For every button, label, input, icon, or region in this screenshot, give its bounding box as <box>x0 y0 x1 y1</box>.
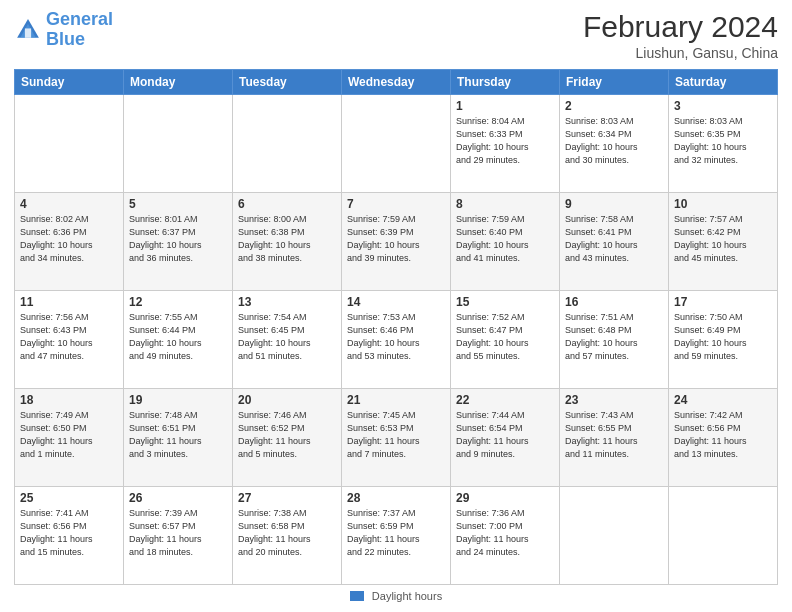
day-header-monday: Monday <box>124 70 233 95</box>
calendar-cell: 18Sunrise: 7:49 AM Sunset: 6:50 PM Dayli… <box>15 389 124 487</box>
day-info: Sunrise: 7:52 AM Sunset: 6:47 PM Dayligh… <box>456 311 554 363</box>
day-info: Sunrise: 7:45 AM Sunset: 6:53 PM Dayligh… <box>347 409 445 461</box>
header: General Blue February 2024 Liushun, Gans… <box>14 10 778 61</box>
day-header-sunday: Sunday <box>15 70 124 95</box>
logo-icon <box>14 16 42 44</box>
day-number: 27 <box>238 491 336 505</box>
calendar-cell: 2Sunrise: 8:03 AM Sunset: 6:34 PM Daylig… <box>560 95 669 193</box>
day-number: 7 <box>347 197 445 211</box>
day-info: Sunrise: 8:01 AM Sunset: 6:37 PM Dayligh… <box>129 213 227 265</box>
day-number: 18 <box>20 393 118 407</box>
calendar-cell <box>15 95 124 193</box>
calendar-cell <box>669 487 778 585</box>
day-number: 10 <box>674 197 772 211</box>
day-info: Sunrise: 7:49 AM Sunset: 6:50 PM Dayligh… <box>20 409 118 461</box>
footer: Daylight hours <box>14 590 778 602</box>
day-number: 13 <box>238 295 336 309</box>
calendar-cell: 1Sunrise: 8:04 AM Sunset: 6:33 PM Daylig… <box>451 95 560 193</box>
calendar-cell: 8Sunrise: 7:59 AM Sunset: 6:40 PM Daylig… <box>451 193 560 291</box>
logo-text: General Blue <box>46 10 113 50</box>
month-year: February 2024 <box>583 10 778 43</box>
day-info: Sunrise: 8:00 AM Sunset: 6:38 PM Dayligh… <box>238 213 336 265</box>
day-info: Sunrise: 7:53 AM Sunset: 6:46 PM Dayligh… <box>347 311 445 363</box>
day-number: 16 <box>565 295 663 309</box>
day-number: 2 <box>565 99 663 113</box>
calendar-week-2: 4Sunrise: 8:02 AM Sunset: 6:36 PM Daylig… <box>15 193 778 291</box>
day-number: 25 <box>20 491 118 505</box>
calendar-cell: 28Sunrise: 7:37 AM Sunset: 6:59 PM Dayli… <box>342 487 451 585</box>
calendar-cell: 27Sunrise: 7:38 AM Sunset: 6:58 PM Dayli… <box>233 487 342 585</box>
page: General Blue February 2024 Liushun, Gans… <box>0 0 792 612</box>
calendar-cell: 6Sunrise: 8:00 AM Sunset: 6:38 PM Daylig… <box>233 193 342 291</box>
title-block: February 2024 Liushun, Gansu, China <box>583 10 778 61</box>
calendar-cell <box>342 95 451 193</box>
day-number: 4 <box>20 197 118 211</box>
day-number: 28 <box>347 491 445 505</box>
day-info: Sunrise: 7:57 AM Sunset: 6:42 PM Dayligh… <box>674 213 772 265</box>
day-number: 26 <box>129 491 227 505</box>
day-number: 17 <box>674 295 772 309</box>
day-info: Sunrise: 7:36 AM Sunset: 7:00 PM Dayligh… <box>456 507 554 559</box>
calendar-cell: 22Sunrise: 7:44 AM Sunset: 6:54 PM Dayli… <box>451 389 560 487</box>
day-info: Sunrise: 8:02 AM Sunset: 6:36 PM Dayligh… <box>20 213 118 265</box>
day-number: 29 <box>456 491 554 505</box>
day-number: 11 <box>20 295 118 309</box>
calendar-cell: 7Sunrise: 7:59 AM Sunset: 6:39 PM Daylig… <box>342 193 451 291</box>
day-info: Sunrise: 7:48 AM Sunset: 6:51 PM Dayligh… <box>129 409 227 461</box>
calendar-cell: 3Sunrise: 8:03 AM Sunset: 6:35 PM Daylig… <box>669 95 778 193</box>
day-info: Sunrise: 7:56 AM Sunset: 6:43 PM Dayligh… <box>20 311 118 363</box>
day-info: Sunrise: 7:54 AM Sunset: 6:45 PM Dayligh… <box>238 311 336 363</box>
calendar-header-row: SundayMondayTuesdayWednesdayThursdayFrid… <box>15 70 778 95</box>
day-info: Sunrise: 7:41 AM Sunset: 6:56 PM Dayligh… <box>20 507 118 559</box>
day-number: 15 <box>456 295 554 309</box>
day-info: Sunrise: 7:42 AM Sunset: 6:56 PM Dayligh… <box>674 409 772 461</box>
calendar-cell: 20Sunrise: 7:46 AM Sunset: 6:52 PM Dayli… <box>233 389 342 487</box>
day-number: 9 <box>565 197 663 211</box>
day-header-wednesday: Wednesday <box>342 70 451 95</box>
calendar-cell: 13Sunrise: 7:54 AM Sunset: 6:45 PM Dayli… <box>233 291 342 389</box>
calendar-cell: 23Sunrise: 7:43 AM Sunset: 6:55 PM Dayli… <box>560 389 669 487</box>
calendar-cell: 21Sunrise: 7:45 AM Sunset: 6:53 PM Dayli… <box>342 389 451 487</box>
day-header-thursday: Thursday <box>451 70 560 95</box>
day-info: Sunrise: 8:03 AM Sunset: 6:35 PM Dayligh… <box>674 115 772 167</box>
calendar-cell: 5Sunrise: 8:01 AM Sunset: 6:37 PM Daylig… <box>124 193 233 291</box>
day-number: 3 <box>674 99 772 113</box>
day-number: 20 <box>238 393 336 407</box>
day-info: Sunrise: 7:59 AM Sunset: 6:40 PM Dayligh… <box>456 213 554 265</box>
logo-line1: General <box>46 9 113 29</box>
day-header-saturday: Saturday <box>669 70 778 95</box>
day-info: Sunrise: 7:46 AM Sunset: 6:52 PM Dayligh… <box>238 409 336 461</box>
day-number: 22 <box>456 393 554 407</box>
calendar-cell: 15Sunrise: 7:52 AM Sunset: 6:47 PM Dayli… <box>451 291 560 389</box>
calendar-cell <box>560 487 669 585</box>
calendar-cell: 26Sunrise: 7:39 AM Sunset: 6:57 PM Dayli… <box>124 487 233 585</box>
day-info: Sunrise: 7:39 AM Sunset: 6:57 PM Dayligh… <box>129 507 227 559</box>
calendar-week-1: 1Sunrise: 8:04 AM Sunset: 6:33 PM Daylig… <box>15 95 778 193</box>
day-number: 23 <box>565 393 663 407</box>
day-number: 12 <box>129 295 227 309</box>
day-info: Sunrise: 7:43 AM Sunset: 6:55 PM Dayligh… <box>565 409 663 461</box>
day-info: Sunrise: 7:37 AM Sunset: 6:59 PM Dayligh… <box>347 507 445 559</box>
calendar-cell: 17Sunrise: 7:50 AM Sunset: 6:49 PM Dayli… <box>669 291 778 389</box>
day-number: 19 <box>129 393 227 407</box>
legend-box <box>350 591 364 601</box>
day-number: 14 <box>347 295 445 309</box>
location: Liushun, Gansu, China <box>583 45 778 61</box>
calendar-cell: 11Sunrise: 7:56 AM Sunset: 6:43 PM Dayli… <box>15 291 124 389</box>
day-info: Sunrise: 7:38 AM Sunset: 6:58 PM Dayligh… <box>238 507 336 559</box>
calendar-cell: 24Sunrise: 7:42 AM Sunset: 6:56 PM Dayli… <box>669 389 778 487</box>
day-info: Sunrise: 7:59 AM Sunset: 6:39 PM Dayligh… <box>347 213 445 265</box>
calendar-cell: 10Sunrise: 7:57 AM Sunset: 6:42 PM Dayli… <box>669 193 778 291</box>
calendar-cell: 12Sunrise: 7:55 AM Sunset: 6:44 PM Dayli… <box>124 291 233 389</box>
calendar-cell: 25Sunrise: 7:41 AM Sunset: 6:56 PM Dayli… <box>15 487 124 585</box>
calendar-cell: 29Sunrise: 7:36 AM Sunset: 7:00 PM Dayli… <box>451 487 560 585</box>
calendar-cell <box>124 95 233 193</box>
calendar-cell: 19Sunrise: 7:48 AM Sunset: 6:51 PM Dayli… <box>124 389 233 487</box>
day-number: 1 <box>456 99 554 113</box>
calendar-cell: 4Sunrise: 8:02 AM Sunset: 6:36 PM Daylig… <box>15 193 124 291</box>
calendar-week-5: 25Sunrise: 7:41 AM Sunset: 6:56 PM Dayli… <box>15 487 778 585</box>
day-info: Sunrise: 7:58 AM Sunset: 6:41 PM Dayligh… <box>565 213 663 265</box>
day-number: 21 <box>347 393 445 407</box>
day-number: 6 <box>238 197 336 211</box>
svg-rect-2 <box>25 28 31 37</box>
